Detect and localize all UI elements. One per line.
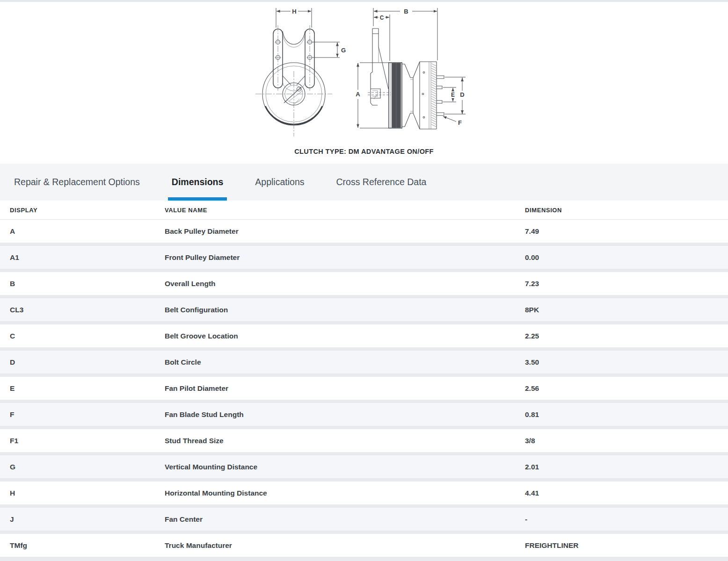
cell-display: F [10,410,165,419]
product-dimensions-page: H G [0,0,728,561]
cell-dimension: 4.41 [525,489,728,497]
dim-label-c: C [380,14,384,21]
table-row: G Vertical Mounting Distance 2.01 [0,455,728,478]
cell-dimension: 2.25 [525,332,728,340]
dim-label-h: H [292,8,296,15]
cell-display: A [10,227,165,236]
cell-display: F1 [10,437,165,445]
dim-label-b: B [404,8,408,15]
col-header-value-name: VALUE NAME [165,207,525,214]
tab-applications[interactable]: Applications [255,164,304,201]
cell-dimension: 2.01 [525,463,728,471]
table-row: H Horizontal Mounting Distance 4.41 [0,482,728,504]
cell-display: C [10,332,165,340]
cell-display: H [10,489,165,497]
col-header-dimension: DIMENSION [525,207,728,214]
cell-value-name: Overall Length [165,280,525,288]
cell-dimension: 8PK [525,306,728,314]
cell-value-name: Front Pulley Diameter [165,253,525,262]
col-header-display: DISPLAY [10,207,165,214]
clutch-type-caption: CLUTCH TYPE: DM ADVANTAGE ON/OFF [0,142,728,164]
table-row: F1 Stud Thread Size 3/8 [0,429,728,452]
table-header: DISPLAY VALUE NAME DIMENSION [0,201,728,220]
cell-display: J [10,515,165,524]
clutch-diagram-svg: H G [254,2,474,140]
cell-dimension: 7.49 [525,227,728,236]
dim-label-g: G [341,47,346,54]
cell-value-name: Back Pulley Diameter [165,227,525,236]
table-row: J Fan Center - [0,508,728,531]
table-row: CL3 Belt Configuration 8PK [0,298,728,321]
cell-dimension: 2.56 [525,384,728,393]
dim-label-e: E [451,92,455,98]
cell-display: G [10,463,165,471]
cell-dimension: 7.23 [525,280,728,288]
table-row: TMfg Truck Manufacturer FREIGHTLINER [0,534,728,557]
table-row: C Belt Groove Location 2.25 [0,324,728,347]
cell-dimension: FREIGHTLINER [525,541,728,550]
cell-display: TMfg [10,541,165,550]
cell-dimension: 0.81 [525,410,728,419]
cell-value-name: Bolt Circle [165,358,525,367]
cell-display: B [10,280,165,288]
cell-display: E [10,384,165,393]
cell-value-name: Stud Thread Size [165,437,525,445]
table-row: F Fan Blade Stud Length 0.81 [0,403,728,426]
cell-value-name: Belt Configuration [165,306,525,314]
cell-value-name: Vertical Mounting Distance [165,463,525,471]
dimensions-table-body: A Back Pulley Diameter 7.49 A1 Front Pul… [0,220,728,561]
cell-value-name: Fan Blade Stud Length [165,410,525,419]
dim-label-a: A [356,91,360,98]
cell-dimension: 3.50 [525,358,728,367]
cell-value-name: Truck Manufacturer [165,541,525,550]
cell-dimension: 0.00 [525,253,728,262]
cell-value-name: Horizontal Mounting Distance [165,489,525,497]
cell-value-name: Fan Center [165,515,525,524]
cell-value-name: Fan Pilot Diameter [165,384,525,393]
front-view: H G [255,8,346,137]
cell-dimension: - [525,515,728,524]
cell-display: CL3 [10,306,165,314]
dim-label-f: F [458,119,462,126]
clutch-technical-drawing: H G [0,2,728,142]
table-row: A Back Pulley Diameter 7.49 [0,220,728,243]
table-row: E Fan Pilot Diameter 2.56 [0,377,728,400]
tab-bar: Repair & Replacement Options Dimensions … [0,164,728,201]
table-row: A1 Front Pulley Diameter 0.00 [0,246,728,269]
cell-display: D [10,358,165,367]
cell-value-name: Belt Groove Location [165,332,525,340]
side-view: B C A [356,8,466,129]
tab-dimensions[interactable]: Dimensions [172,164,224,201]
tab-cross-reference-data[interactable]: Cross Reference Data [336,164,427,201]
table-row: D Bolt Circle 3.50 [0,351,728,374]
cell-display: A1 [10,253,165,262]
cell-dimension: 3/8 [525,437,728,445]
tab-repair-replacement-options[interactable]: Repair & Replacement Options [14,164,140,201]
table-row: B Overall Length 7.23 [0,272,728,295]
dim-label-d: D [460,91,464,98]
